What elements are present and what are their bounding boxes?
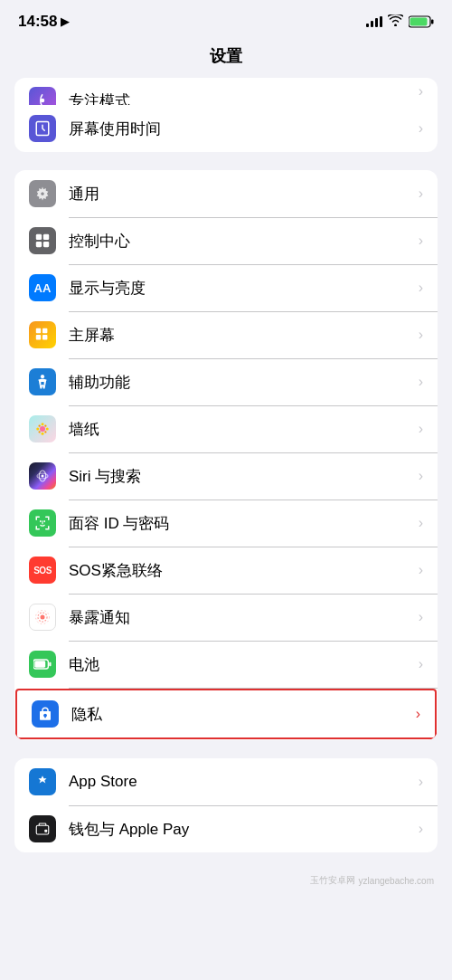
svg-rect-1 xyxy=(431,20,434,24)
chevron-icon: › xyxy=(419,468,423,484)
page-title-bar: 设置 xyxy=(0,38,452,78)
wallet-icon xyxy=(29,815,56,842)
wallpaper-icon xyxy=(29,415,56,442)
chevron-icon: › xyxy=(419,327,423,343)
status-time: 14:58 ▶ xyxy=(18,13,69,31)
svg-rect-33 xyxy=(34,661,45,667)
svg-point-16 xyxy=(40,426,45,432)
chevron-icon: › xyxy=(419,656,423,672)
time-display: 14:58 xyxy=(18,13,57,31)
list-item[interactable]: 专注模式 › xyxy=(14,78,438,105)
svg-point-21 xyxy=(39,425,41,427)
location-icon: ▶ xyxy=(61,15,69,28)
svg-point-17 xyxy=(42,423,44,425)
chevron-icon: › xyxy=(419,374,423,390)
chevron-icon: › xyxy=(419,562,423,578)
signal-icon xyxy=(366,16,382,27)
watermark-text: 玉竹安卓网 xyxy=(310,874,355,887)
svg-point-18 xyxy=(42,433,44,435)
siri-label: Siri 与搜索 xyxy=(69,466,419,487)
watermark: 玉竹安卓网 yzlangebache.com xyxy=(0,871,452,901)
svg-rect-11 xyxy=(36,328,41,333)
svg-point-28 xyxy=(41,615,45,620)
list-item[interactable]: 面容 ID 与密码 › xyxy=(14,500,438,547)
chevron-icon: › xyxy=(419,421,423,437)
screentime-label: 屏幕使用时间 xyxy=(69,119,419,139)
settings-group-main: 通用 › 控制中心 › AA 显示与亮度 › xyxy=(14,170,438,740)
homescreen-icon xyxy=(29,321,56,348)
list-item[interactable]: App Store › xyxy=(14,758,438,805)
wallpaper-label: 墙纸 xyxy=(69,419,419,440)
privacy-icon xyxy=(32,700,59,728)
svg-rect-12 xyxy=(42,328,47,333)
chevron-icon: › xyxy=(419,83,423,100)
svg-rect-35 xyxy=(44,716,46,718)
display-label: 显示与亮度 xyxy=(69,278,419,299)
battery-icon xyxy=(29,651,56,678)
page-title: 设置 xyxy=(210,47,242,65)
svg-rect-8 xyxy=(43,234,49,240)
appstore-icon xyxy=(29,768,56,795)
list-item[interactable]: 暴露通知 › xyxy=(14,594,438,641)
chevron-icon: › xyxy=(419,609,423,625)
list-item[interactable]: 主屏幕 › xyxy=(14,311,438,358)
siri-icon xyxy=(29,462,56,490)
svg-point-15 xyxy=(41,375,44,378)
display-icon: AA xyxy=(29,274,56,301)
sos-icon: SOS xyxy=(29,557,56,584)
list-item[interactable]: 钱包与 Apple Pay › xyxy=(14,805,438,852)
control-center-icon xyxy=(29,227,56,254)
battery-label: 电池 xyxy=(69,654,419,675)
chevron-icon: › xyxy=(419,515,423,531)
general-label: 通用 xyxy=(69,184,419,205)
list-item[interactable]: Siri 与搜索 › xyxy=(14,452,438,500)
list-item[interactable]: 辅助功能 › xyxy=(14,358,438,405)
svg-point-24 xyxy=(44,431,46,433)
status-icons xyxy=(366,14,434,30)
homescreen-label: 主屏幕 xyxy=(69,325,419,346)
chevron-icon: › xyxy=(419,774,423,790)
chevron-icon: › xyxy=(419,280,423,296)
focus-label: 专注模式 xyxy=(69,90,419,106)
list-item[interactable]: 电池 › xyxy=(14,641,438,688)
svg-rect-13 xyxy=(36,335,41,339)
svg-rect-10 xyxy=(43,242,49,247)
chevron-icon: › xyxy=(419,186,423,202)
chevron-icon: › xyxy=(419,120,423,137)
accessibility-label: 辅助功能 xyxy=(69,372,419,393)
list-item[interactable]: 隐私 › xyxy=(15,689,437,739)
svg-rect-37 xyxy=(44,830,47,833)
svg-point-20 xyxy=(46,428,49,431)
status-bar: 14:58 ▶ xyxy=(0,0,452,38)
list-item[interactable]: SOS SOS紧急联络 › xyxy=(14,547,438,594)
exposure-label: 暴露通知 xyxy=(69,607,419,628)
svg-point-22 xyxy=(44,425,46,427)
svg-rect-7 xyxy=(36,234,42,240)
appstore-label: App Store xyxy=(69,773,419,791)
list-item[interactable]: 屏幕使用时间 › xyxy=(14,105,438,152)
battery-icon xyxy=(409,15,434,28)
privacy-label: 隐私 xyxy=(71,704,416,725)
svg-point-19 xyxy=(36,428,39,431)
settings-group-top: 专注模式 › 屏幕使用时间 › xyxy=(14,78,438,152)
list-item[interactable]: 墙纸 › xyxy=(14,405,438,452)
list-item[interactable]: AA 显示与亮度 › xyxy=(14,264,438,311)
chevron-icon: › xyxy=(419,821,423,837)
watermark-url: yzlangebache.com xyxy=(359,876,434,886)
chevron-icon: › xyxy=(416,706,420,722)
faceid-label: 面容 ID 与密码 xyxy=(69,513,419,534)
list-item[interactable]: 控制中心 › xyxy=(14,217,438,264)
control-center-label: 控制中心 xyxy=(69,231,419,252)
accessibility-icon xyxy=(29,368,56,395)
svg-point-27 xyxy=(42,475,44,478)
chevron-icon: › xyxy=(419,233,423,249)
wallet-label: 钱包与 Apple Pay xyxy=(69,819,419,840)
exposure-icon xyxy=(29,604,56,631)
sos-label: SOS紧急联络 xyxy=(69,560,419,581)
list-item[interactable]: 通用 › xyxy=(14,170,438,217)
svg-point-23 xyxy=(39,431,41,433)
general-icon xyxy=(29,180,56,207)
settings-group-store: App Store › 钱包与 Apple Pay › xyxy=(14,758,438,852)
svg-point-3 xyxy=(41,99,45,103)
faceid-icon xyxy=(29,509,56,537)
